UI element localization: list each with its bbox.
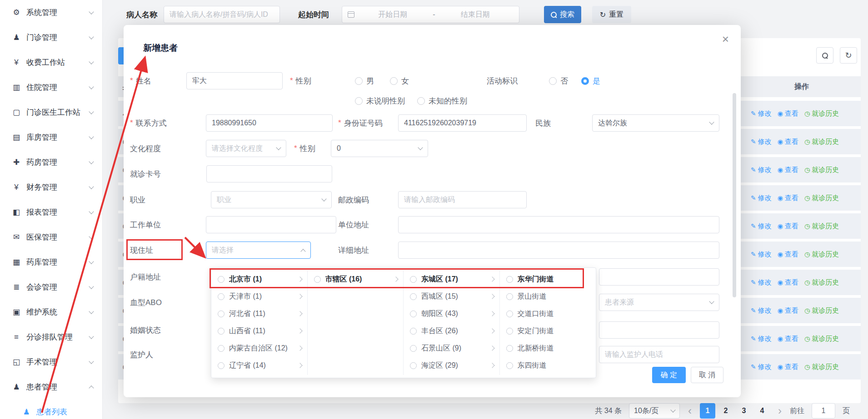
view-link[interactable]: ◉ 查看: [778, 166, 798, 174]
visit-history-link[interactable]: ◷ 就诊历史: [804, 222, 839, 231]
visit-card-input[interactable]: [206, 165, 332, 182]
table-refresh-button[interactable]: ↻: [840, 47, 857, 64]
sidebar-item[interactable]: ¥ 收费工作站: [0, 50, 102, 75]
goto-page-input[interactable]: [812, 403, 835, 419]
visit-history-link[interactable]: ◷ 就诊历史: [804, 335, 839, 343]
view-link[interactable]: ◉ 查看: [778, 109, 798, 118]
sidebar-item[interactable]: ▦ 药库管理: [0, 250, 102, 275]
prev-page-button[interactable]: ‹: [687, 405, 693, 416]
view-link[interactable]: ◉ 查看: [778, 306, 798, 315]
page-button[interactable]: 4: [754, 403, 770, 419]
sidebar-item[interactable]: ≡ 分诊排队管理: [0, 325, 102, 350]
sidebar-item[interactable]: ♟ 患者管理: [0, 375, 102, 399]
next-page-button[interactable]: ›: [777, 405, 783, 416]
gender2-select[interactable]: 0: [331, 140, 428, 157]
active-yes-radio[interactable]: 是: [581, 72, 600, 89]
employer-address-input[interactable]: [398, 216, 719, 233]
cascader-option[interactable]: 东华门街道: [500, 271, 596, 288]
cascader-option[interactable]: 山西省 (11): [211, 322, 307, 340]
page-button[interactable]: 3: [736, 403, 752, 419]
cascader-option[interactable]: 东四街道: [500, 357, 596, 374]
cascader-option[interactable]: 交道口街道: [500, 305, 596, 322]
cascader-option[interactable]: 东城区 (17): [404, 271, 499, 288]
gender-unknown-radio[interactable]: 未知的性别: [417, 92, 467, 109]
sidebar-item[interactable]: ⚙ 系统管理: [0, 0, 102, 25]
reset-button[interactable]: ↻ 重置: [592, 6, 631, 23]
visit-history-link[interactable]: ◷ 就诊历史: [804, 194, 839, 202]
edit-link[interactable]: ✎ 修改: [751, 335, 772, 343]
cascader-option[interactable]: 西城区 (15): [404, 288, 499, 305]
edit-link[interactable]: ✎ 修改: [751, 166, 772, 174]
cascader-option[interactable]: 河北省 (11): [211, 305, 307, 322]
cascader-option[interactable]: 安定门街道: [500, 322, 596, 340]
sidebar-item[interactable]: ◱ 手术管理: [0, 350, 102, 375]
employer-input[interactable]: [206, 216, 336, 233]
cascader-option[interactable]: 市辖区 (16): [308, 271, 404, 288]
sidebar-item[interactable]: ◧ 报表管理: [0, 200, 102, 225]
edit-link[interactable]: ✎ 修改: [751, 363, 772, 371]
unlabeled-input-1[interactable]: [599, 268, 719, 286]
guardian-phone-input[interactable]: [599, 346, 719, 363]
visit-history-link[interactable]: ◷ 就诊历史: [804, 109, 839, 118]
postcode-input[interactable]: [398, 191, 527, 208]
confirm-button[interactable]: 确 定: [652, 367, 686, 383]
close-icon[interactable]: ×: [722, 33, 729, 45]
cascader-option[interactable]: 海淀区 (29): [404, 357, 499, 374]
edit-link[interactable]: ✎ 修改: [751, 109, 772, 118]
cascader-option[interactable]: 辽宁省 (14): [211, 357, 307, 374]
sidebar-item[interactable]: ♟ 门诊管理: [0, 25, 102, 50]
edit-link[interactable]: ✎ 修改: [751, 222, 772, 231]
contact-input[interactable]: [206, 114, 333, 132]
modal-scrollbar[interactable]: [733, 93, 736, 297]
visit-history-link[interactable]: ◷ 就诊历史: [804, 306, 839, 315]
visit-history-link[interactable]: ◷ 就诊历史: [804, 278, 839, 287]
gender-unspecified-radio[interactable]: 未说明性别: [355, 92, 405, 109]
view-link[interactable]: ◉ 查看: [778, 335, 798, 343]
edit-link[interactable]: ✎ 修改: [751, 250, 772, 259]
cascader-option[interactable]: 石景山区 (9): [404, 340, 499, 357]
ethnicity-select[interactable]: 达斡尔族: [592, 114, 719, 132]
sidebar-item-patient-list[interactable]: ♟ 患者列表: [0, 399, 102, 419]
sidebar-item[interactable]: ▤ 库房管理: [0, 125, 102, 150]
sidebar-item[interactable]: ✚ 药房管理: [0, 150, 102, 175]
table-search-button[interactable]: [816, 47, 833, 64]
cascader-option[interactable]: 北京市 (1): [211, 271, 307, 288]
gender-male-radio[interactable]: 男: [355, 72, 374, 89]
cancel-button[interactable]: 取 消: [691, 367, 723, 383]
cascader-option[interactable]: 天津市 (1): [211, 288, 307, 305]
occupation-select[interactable]: 职业: [211, 191, 332, 208]
cascader-option[interactable]: 内蒙古自治区 (12): [211, 340, 307, 357]
date-range-picker[interactable]: 开始日期 - 结束日期: [342, 6, 519, 23]
sidebar-item[interactable]: ¥ 财务管理: [0, 175, 102, 200]
visit-history-link[interactable]: ◷ 就诊历史: [804, 250, 839, 259]
visit-history-link[interactable]: ◷ 就诊历史: [804, 138, 839, 146]
cascader-option[interactable]: 北新桥街道: [500, 340, 596, 357]
visit-history-link[interactable]: ◷ 就诊历史: [804, 363, 839, 371]
search-button[interactable]: 搜索: [544, 6, 581, 23]
view-link[interactable]: ◉ 查看: [778, 222, 798, 231]
sidebar-item[interactable]: ▥ 住院管理: [0, 75, 102, 100]
edit-link[interactable]: ✎ 修改: [751, 138, 772, 146]
name-input[interactable]: [186, 72, 283, 89]
cascader-option[interactable]: 丰台区 (26): [404, 322, 499, 340]
sidebar-item[interactable]: ▢ 门诊医生工作站: [0, 100, 102, 125]
detail-address-input[interactable]: [398, 242, 719, 259]
current-address-select[interactable]: 请选择: [206, 242, 311, 259]
cascader-option[interactable]: 景山街道: [500, 288, 596, 305]
idcard-input[interactable]: [398, 114, 527, 132]
education-select[interactable]: 请选择文化程度: [206, 140, 286, 157]
view-link[interactable]: ◉ 查看: [778, 278, 798, 287]
page-button[interactable]: 2: [718, 403, 733, 419]
unlabeled-input-2[interactable]: [599, 321, 719, 339]
cascader-option[interactable]: 朝阳区 (43): [404, 305, 499, 322]
sidebar-item[interactable]: ▣ 维护系统: [0, 300, 102, 325]
sidebar-item[interactable]: ≣ 会诊管理: [0, 275, 102, 300]
edit-link[interactable]: ✎ 修改: [751, 194, 772, 202]
view-link[interactable]: ◉ 查看: [778, 138, 798, 146]
page-button[interactable]: 1: [700, 403, 715, 419]
patient-source-select[interactable]: 患者来源: [599, 294, 719, 311]
page-size-select[interactable]: 10条/页: [629, 403, 680, 419]
active-no-radio[interactable]: 否: [549, 72, 568, 89]
gender-female-radio[interactable]: 女: [390, 72, 409, 89]
edit-link[interactable]: ✎ 修改: [751, 278, 772, 287]
